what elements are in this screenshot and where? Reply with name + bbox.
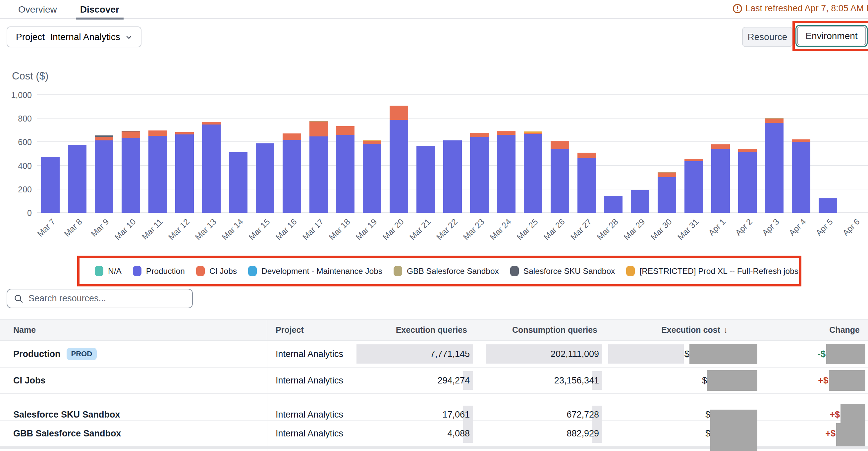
bar-segment[interactable] (202, 122, 221, 125)
legend-item[interactable]: Salesforce SKU Sandbox (510, 266, 615, 276)
stacked-bar[interactable] (684, 159, 703, 213)
bar-segment[interactable] (604, 196, 622, 213)
legend-item[interactable]: GBB Salesforce Sandbox (394, 266, 499, 276)
bar-segment[interactable] (765, 119, 783, 123)
legend-item[interactable]: N/A (95, 266, 122, 276)
bar-segment[interactable] (390, 106, 408, 120)
bar-segment[interactable] (229, 152, 247, 213)
bar-segment[interactable] (309, 136, 328, 213)
bar-segment[interactable] (497, 135, 516, 213)
bar-segment[interactable] (122, 131, 140, 138)
legend-item[interactable]: Production (133, 266, 185, 276)
stacked-bar[interactable] (41, 157, 60, 213)
bar-segment[interactable] (470, 133, 489, 137)
bar-segment[interactable] (390, 120, 408, 213)
legend-item[interactable]: [RESTRICTED] Prod XL -- Full-Refresh job… (626, 266, 799, 276)
bar-segment[interactable] (658, 172, 676, 177)
bar-segment[interactable] (95, 140, 113, 213)
bar-segment[interactable] (738, 152, 757, 213)
bar-segment[interactable] (711, 144, 730, 149)
bar-segment[interactable] (283, 140, 301, 213)
stacked-bar[interactable] (202, 122, 221, 213)
table-row[interactable]: CI JobsInternal Analytics294,27423,156,3… (0, 367, 868, 394)
stacked-bar[interactable] (819, 198, 837, 213)
stacked-bar[interactable] (309, 121, 328, 213)
bar-segment[interactable] (443, 140, 462, 213)
bar-segment[interactable] (765, 123, 783, 213)
stacked-bar[interactable] (175, 132, 194, 213)
column-header-execution-queries[interactable]: Execution queries (374, 325, 470, 335)
bar-segment[interactable] (309, 122, 328, 136)
bar-segment[interactable] (336, 135, 354, 213)
stacked-bar[interactable] (551, 141, 569, 213)
stacked-bar[interactable] (390, 106, 408, 213)
bar-segment[interactable] (68, 145, 87, 213)
bar-segment[interactable] (363, 144, 381, 213)
bar-segment[interactable] (578, 158, 596, 213)
column-header-project[interactable]: Project (267, 320, 374, 341)
group-by-resource-button[interactable]: Resource (742, 27, 793, 47)
stacked-bar[interactable] (363, 140, 381, 213)
tab-overview[interactable]: Overview (18, 0, 57, 19)
bar-segment[interactable] (41, 157, 60, 213)
stacked-bar[interactable] (711, 144, 730, 213)
bar-segment[interactable] (684, 159, 703, 161)
bar-segment[interactable] (363, 141, 381, 144)
bar-segment[interactable] (738, 149, 757, 152)
bar-segment[interactable] (122, 138, 140, 213)
stacked-bar[interactable] (443, 140, 462, 213)
bar-segment[interactable] (551, 149, 569, 213)
search-box[interactable] (7, 289, 193, 308)
stacked-bar[interactable] (631, 190, 649, 213)
bar-segment[interactable] (202, 125, 221, 213)
bar-segment[interactable] (148, 136, 167, 213)
stacked-bar[interactable] (738, 149, 757, 213)
stacked-bar[interactable] (283, 133, 301, 213)
stacked-bar[interactable] (658, 172, 676, 213)
stacked-bar[interactable] (336, 126, 354, 213)
stacked-bar[interactable] (416, 146, 435, 213)
bar-segment[interactable] (336, 126, 354, 135)
bar-segment[interactable] (631, 190, 649, 213)
stacked-bar[interactable] (497, 131, 516, 213)
bar-segment[interactable] (819, 198, 837, 213)
tab-discover[interactable]: Discover (80, 0, 119, 19)
bar-segment[interactable] (711, 149, 730, 213)
stacked-bar[interactable] (524, 131, 542, 213)
stacked-bar[interactable] (95, 135, 113, 213)
bar-segment[interactable] (792, 139, 810, 142)
stacked-bar[interactable] (229, 152, 247, 213)
stacked-bar[interactable] (604, 196, 622, 213)
stacked-bar[interactable] (578, 153, 596, 213)
bar-segment[interactable] (792, 142, 810, 213)
bar-segment[interactable] (283, 133, 301, 140)
bar-segment[interactable] (256, 143, 274, 213)
bar-segment[interactable] (578, 153, 596, 158)
bar-segment[interactable] (684, 161, 703, 213)
stacked-bar[interactable] (148, 130, 167, 213)
legend-item[interactable]: CI Jobs (196, 266, 237, 276)
project-filter-dropdown[interactable]: Project Internal Analytics (7, 27, 142, 47)
stacked-bar[interactable] (765, 118, 783, 213)
stacked-bar[interactable] (470, 133, 489, 213)
search-input[interactable] (29, 293, 186, 304)
stacked-bar[interactable] (792, 139, 810, 213)
column-header-consumption-queries[interactable]: Consumption queries (470, 325, 599, 335)
bar-segment[interactable] (148, 130, 167, 136)
bar-segment[interactable] (95, 137, 113, 140)
column-header-change[interactable]: Change (761, 325, 868, 335)
bar-segment[interactable] (175, 134, 194, 213)
stacked-bar[interactable] (68, 145, 87, 213)
table-row[interactable]: ProductionPRODInternal Analytics7,771,14… (0, 341, 868, 367)
column-header-execution-cost[interactable]: Execution cost ↓ (599, 325, 761, 335)
bar-segment[interactable] (497, 131, 516, 135)
stacked-bar[interactable] (256, 143, 274, 213)
bar-segment[interactable] (524, 134, 542, 213)
table-row[interactable]: Salesforce SKU SandboxInternal Analytics… (0, 394, 868, 421)
legend-item[interactable]: Development - Maintenance Jobs (248, 266, 382, 276)
stacked-bar[interactable] (122, 131, 140, 213)
column-header-name[interactable]: Name (0, 325, 267, 335)
group-by-environment-button[interactable]: Environment (797, 27, 866, 45)
bar-segment[interactable] (658, 177, 676, 213)
bar-segment[interactable] (175, 132, 194, 134)
